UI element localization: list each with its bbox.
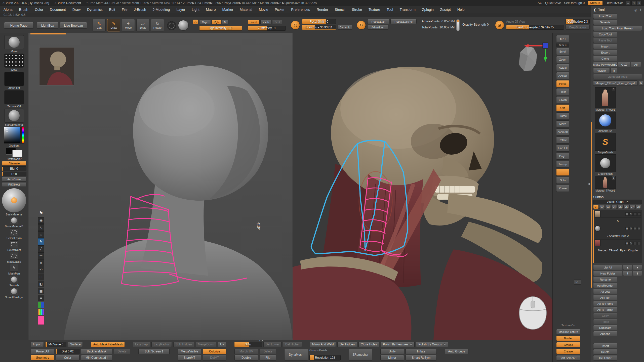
visible-count-slider[interactable]: Visible Count 14: [593, 200, 642, 204]
copy-tool-button[interactable]: Copy Tool: [593, 32, 617, 37]
persp-button[interactable]: Persp: [556, 80, 569, 87]
maskbyfeature-button[interactable]: MaskByFeature: [556, 329, 580, 334]
menu-item[interactable]: Edit: [109, 8, 115, 12]
masklasso-thumb[interactable]: MaskLasso: [7, 252, 21, 263]
swatch-rainbow[interactable]: [38, 309, 44, 315]
pen-tool-icon[interactable]: ✎: [38, 238, 44, 245]
default-zscript-button[interactable]: DefaultZScr: [606, 1, 623, 5]
groups-button[interactable]: Groups: [556, 342, 580, 347]
visibility-eye-icon[interactable]: ◉: [625, 212, 629, 216]
gravity-widget[interactable]: [456, 19, 460, 31]
live-boolean-button[interactable]: Live Boolean: [60, 22, 87, 29]
paste-subtool-button[interactable]: Paste: [593, 319, 617, 324]
polish-by-features-button[interactable]: Polish By Features: [381, 342, 415, 347]
mergedown-button[interactable]: MergeDown: [196, 342, 217, 347]
menus-button[interactable]: Menus: [588, 1, 602, 5]
crease-button[interactable]: Crease: [556, 349, 580, 354]
paint-icon[interactable]: ✎: [629, 212, 633, 216]
midvalue-slider[interactable]: MidValue 0: [45, 342, 66, 347]
subtool-header[interactable]: Subtool: [593, 195, 604, 199]
focal-shift-slider[interactable]: Focal Shift 40: [302, 19, 336, 24]
m-button[interactable]: M: [222, 20, 228, 24]
minimize-icon[interactable]: –: [626, 1, 630, 5]
select-arrow-icon[interactable]: ↖: [38, 224, 44, 231]
quicksave-button[interactable]: QuickSave: [545, 1, 561, 5]
bottom-button[interactable]: Color: [56, 355, 79, 360]
actual-button[interactable]: Actual: [556, 64, 569, 71]
viewport-canvas[interactable]: ✎: [28, 33, 552, 340]
fill-bucket-icon[interactable]: ◧: [38, 281, 44, 287]
swatch-pink[interactable]: [38, 316, 44, 325]
del-lower-button[interactable]: Del Lower: [263, 342, 281, 347]
bottom-button[interactable]: DynaMesh: [284, 349, 308, 360]
del-higher-button[interactable]: Del Higher: [283, 342, 302, 347]
move-mode-button[interactable]: + Move: [122, 19, 135, 31]
delete-button[interactable]: Delete: [593, 349, 617, 354]
all-high-button[interactable]: All High: [593, 295, 617, 300]
replay-last-rel-button[interactable]: ReplayLastRel: [390, 19, 417, 24]
split-screen-button[interactable]: Split Screen 1: [556, 355, 580, 360]
del-hidden-button[interactable]: Del Hidden: [337, 342, 357, 347]
menu-item[interactable]: Draw: [72, 8, 81, 12]
fold-down-button[interactable]: ⇟: [633, 271, 642, 276]
close-icon[interactable]: ×: [637, 1, 641, 5]
zoom-button[interactable]: Zoom: [556, 56, 569, 63]
menu-item[interactable]: Material: [240, 8, 252, 12]
subtool-list[interactable]: ◉ ✎ ‒ ‒ 5 ◉ ✎: [593, 210, 642, 263]
focal-shift-icon[interactable]: ◎: [291, 21, 300, 30]
menu-item[interactable]: Layer: [176, 8, 185, 12]
line-tool-icon[interactable]: ╱: [38, 245, 44, 252]
visibility-eye-icon[interactable]: ◉: [625, 227, 629, 230]
smoothvalleys-thumb[interactable]: SmoothValleys: [5, 288, 23, 299]
bottom-button[interactable]: Smart ReSym: [406, 355, 437, 360]
switch-color[interactable]: SwitchColor: [5, 148, 23, 160]
floor-button[interactable]: Floor: [556, 88, 569, 95]
hue-bar[interactable]: [21, 127, 24, 144]
rgb-intensity-slider[interactable]: Rgb Intensity 100: [199, 26, 242, 31]
bottom-button[interactable]: Min Connected I: [81, 355, 112, 360]
subtool-row[interactable]: ◉ ✎ ‒ ‒: [594, 225, 641, 232]
make-polymesh3d-button[interactable]: Make PolyMesh3D: [593, 62, 617, 67]
subtool-view-tab[interactable]: V7: [629, 205, 635, 209]
bpr-button[interactable]: BPR: [556, 35, 569, 42]
rotate-view-button[interactable]: Rotate: [556, 137, 569, 144]
deepshadow-button[interactable]: DeepShadow: [566, 25, 590, 30]
list-all-button[interactable]: List All: [593, 265, 622, 270]
subtool-row[interactable]: 5: [594, 218, 641, 225]
insert-button[interactable]: Insert: [593, 343, 617, 348]
uv-button[interactable]: Uv: [218, 342, 226, 347]
scale-mode-button[interactable]: ▱ Scale: [136, 19, 149, 31]
see-through-slider[interactable]: See-through 0: [564, 1, 585, 5]
goz-all-button[interactable]: All: [631, 62, 641, 67]
color-picker[interactable]: Gradient: [4, 127, 24, 147]
local-symmetry-button[interactable]: L.Sym: [556, 96, 569, 103]
menu-item[interactable]: Light: [192, 8, 199, 12]
goz-button[interactable]: GoZ: [618, 62, 630, 67]
lightbox-button[interactable]: LightBox: [37, 22, 58, 29]
objshadow-slider[interactable]: ObjShadow 0.3: [566, 19, 590, 24]
menu-item[interactable]: Brush: [19, 8, 28, 12]
copy-icon[interactable]: ▣: [38, 288, 44, 294]
lightbox-tools-button[interactable]: Lightbox▶Tools: [593, 74, 642, 79]
field-of-view-slider[interactable]: Field of view(deg) 39.59775: [506, 25, 564, 30]
menu-item[interactable]: Stencil: [335, 8, 345, 12]
menu-item[interactable]: Color: [35, 8, 43, 12]
export-tool-button[interactable]: Export: [593, 50, 617, 55]
restore-icon[interactable]: □: [631, 1, 636, 5]
menu-item[interactable]: Zscript: [440, 8, 451, 12]
zsub-button[interactable]: Zsub: [260, 20, 271, 24]
menu-item[interactable]: Movie: [259, 8, 268, 12]
save-as-button[interactable]: Save As: [593, 20, 617, 25]
stroke-move-thumb[interactable]: Move: [4, 35, 24, 53]
all-to-target-button[interactable]: All To Target: [593, 307, 617, 312]
anatomy-thumbnail[interactable]: [39, 47, 74, 85]
paint-icon[interactable]: ✎: [629, 242, 633, 245]
scroll-up-icon[interactable]: ↥: [639, 8, 642, 12]
load-tools-from-project-button[interactable]: Load Tools From Project: [593, 26, 642, 31]
bottom-button[interactable]: Delete: [260, 349, 276, 354]
alternate-button[interactable]: Alternate: [2, 161, 26, 166]
secondary-color-swatch[interactable]: [12, 150, 22, 157]
menu-item[interactable]: Document: [50, 8, 66, 12]
move-view-button[interactable]: Move: [556, 120, 569, 127]
subtool-view-tab[interactable]: V1: [593, 205, 599, 209]
